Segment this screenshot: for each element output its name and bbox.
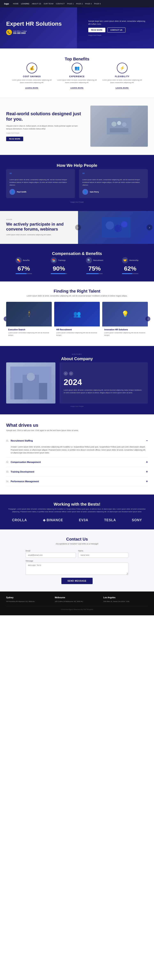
comp-stat-icon-1: 📚 [51,257,57,263]
comp-stat-header-3: 🤝 Mentorship [122,257,138,263]
comp-stat-2: 🔍 Recruitment 75% [86,257,103,274]
carousel-next-button[interactable]: › [147,224,152,230]
comp-stat-bar-3 [122,273,138,274]
form-row-1: Email Name [26,550,129,558]
benefit-link-2[interactable]: LEARN MORE [116,87,129,89]
drives-title: What drives us [6,423,148,428]
talent-card-body-2: Innovative HR Solutions Lorem ipsum cons… [102,326,148,339]
about-tag: HISTORY [6,353,148,355]
svg-point-7 [114,225,122,232]
hero-buttons: READ MORE CONTACT US [88,27,148,32]
carousel-prev-button[interactable]: ‹ [75,224,81,230]
email-field[interactable] [26,552,76,558]
nav-link-contact[interactable]: CONTACT [56,3,65,5]
talent-card-1: 👥 HR Recruitment Lorem ipsum consectetur… [54,302,100,339]
logo[interactable]: logo [4,2,9,5]
talent-next-button[interactable]: › [145,317,150,321]
real-world-section: Real-world solutions designed just for y… [0,97,154,155]
talent-card-0: 🕴️ Executive Search Lorem ipsum consecte… [6,302,52,339]
faq-toggle-1[interactable]: + [146,460,148,464]
talent-carousel: ‹ 🕴️ Executive Search Lorem ipsum consec… [6,302,148,339]
webinars-section: GUIDE We actively participate in and con… [0,211,154,244]
about-year: 2024 [64,378,144,387]
talent-card-img-1: 👥 [54,302,100,326]
how-help-section: How We Help People " Lorem ipsum dolor s… [0,155,154,211]
about-next-button[interactable]: › [69,371,73,375]
brand-logo-0: CROLLA [12,519,27,522]
webinar-right: ‹ › [78,211,154,244]
testimonial-author-1: 👤 Sam Perry [83,189,144,195]
name-label: Name [78,550,129,552]
nav-link-our-team[interactable]: OUR TEAM [44,3,53,5]
faq-header-2[interactable]: 03. Training Development + [6,467,148,476]
comp-stat-bar-0 [16,273,32,274]
faq-toggle-3[interactable]: + [146,479,148,483]
talent-card-title-1: HR Recruitment [56,329,98,331]
benefit-link-1[interactable]: LEARN MORE [70,87,84,89]
quote-mark-1: " [83,172,144,177]
real-world-image [90,106,148,147]
benefits-title: Top Benefits [6,57,148,61]
talent-section: Finding the Right Talent Lorem ipsum dol… [0,282,154,346]
comp-stat-label-2: Recruitment [93,259,103,261]
comp-stat-bar-2 [86,273,103,274]
footer-city-0: Sydney [6,597,51,599]
nav-link-about-us[interactable]: ABOUT US [32,3,41,5]
testimonial-card-1: " Lorem ipsum dolor sit amet, consectetu… [79,169,148,198]
about-text: ‹ › 2024 Lorem ipsum dolor sit amet, con… [60,363,148,404]
talent-card-title-2: Innovative HR Solutions [104,329,146,331]
faq-toggle-0[interactable]: − [146,439,148,442]
benefit-desc-0: Lorem ipsum dolor sit amet, consectetur … [11,79,52,84]
comp-title: Compensation & Benefits [6,251,148,256]
talent-card-2: 💡 Innovative HR Solutions Lorem ipsum co… [102,302,148,339]
footer-address-1: 100 Collins St Melbourne VIC 3000 AU [55,600,99,603]
nav-link-page-5[interactable]: PAGE 5 [94,3,101,5]
message-field[interactable] [26,563,129,575]
comp-stat-header-1: 📚 Trainings [51,257,67,263]
message-label: Message [26,560,129,562]
talent-title: Finding the Right Talent [6,289,148,294]
real-world-button[interactable]: READ MORE [6,137,23,141]
footer-address-2: 548 Main St, Santa CA 91614, USA [103,600,148,603]
footer-col-0: Sydney 49 Ferestina Rd Wynnum VIC 3666 A… [6,597,51,603]
hero-content: Expert HR Solutions 📞 Call 24hrs / 7 day… [6,21,84,35]
benefit-card-2: ⚡ FLEXIBILITY Lorem ipsum dolor sit amet… [102,63,143,89]
benefits-grid: 💰 COST SAVINGS Lorem ipsum dolor sit ame… [6,63,148,89]
testimonials: " Lorem ipsum dolor sit amet, consectetu… [6,169,148,198]
faq-header-1[interactable]: 02. Compensation Management + [6,457,148,467]
faq-body-0: Answer: Lorem ipsum dolor sit amet, cons… [6,445,148,457]
nav-link-home[interactable]: HOME [13,3,19,5]
comp-stat-label-3: Mentorship [129,259,138,261]
hero-phone: 📞 Call 24hrs / 7 days 555 888 0000 [6,29,84,35]
talent-card-title-0: Executive Search [8,329,50,331]
comp-stat-icon-2: 🔍 [86,257,92,263]
benefit-link-0[interactable]: LEARN MORE [25,87,38,89]
talent-card-body-0: Executive Search Lorem ipsum consectetur… [6,326,52,339]
benefit-icon-0: 💰 [27,63,37,73]
faq-header-0[interactable]: 01. Recruitment Staffing − [6,436,148,445]
footer-address-0: 49 Ferestina Rd Wynnum VIC 3666 AU [6,600,51,603]
benefit-desc-1: Lorem ipsum dolor sit amet, consectetur … [56,79,97,84]
send-message-button[interactable]: SEND MESSAGE [61,578,93,584]
comp-stat-fill-3 [122,273,132,274]
how-help-title: How We Help People [6,163,148,168]
read-more-button[interactable]: READ MORE [88,28,105,32]
drives-section: What drives us Sample text. Click to add… [0,414,154,495]
brand-logo-3: TESLA [104,519,116,522]
nav-link-loading[interactable]: LOADING [21,3,29,5]
name-field[interactable] [78,552,129,558]
nav-link-page-3[interactable]: PAGE 3 [85,3,92,5]
nav-link-page-2[interactable]: PAGE 2 [76,3,83,5]
contact-us-button[interactable]: CONTACT US [107,27,125,32]
faq-header-3[interactable]: 04. Performance Management + [6,477,148,486]
testimonial-text-0: Lorem ipsum dolor sit amet, consectetur … [10,178,71,186]
faq-title-2: Training Development [11,471,146,473]
webinar-left: GUIDE We actively participate in and con… [0,211,78,244]
testimonial-text-1: Lorem ipsum dolor sit amet, consectetur … [83,178,144,186]
benefit-label-0: COST SAVINGS [11,75,52,78]
nav-link-page-1[interactable]: PAGE 1 [67,3,74,5]
comp-stat-fill-0 [16,273,27,274]
compensation-section: Compensation & Benefits 💊 Benefits 67% 📚… [0,244,154,282]
about-prev-button[interactable]: ‹ [64,371,68,375]
faq-toggle-2[interactable]: + [146,470,148,474]
